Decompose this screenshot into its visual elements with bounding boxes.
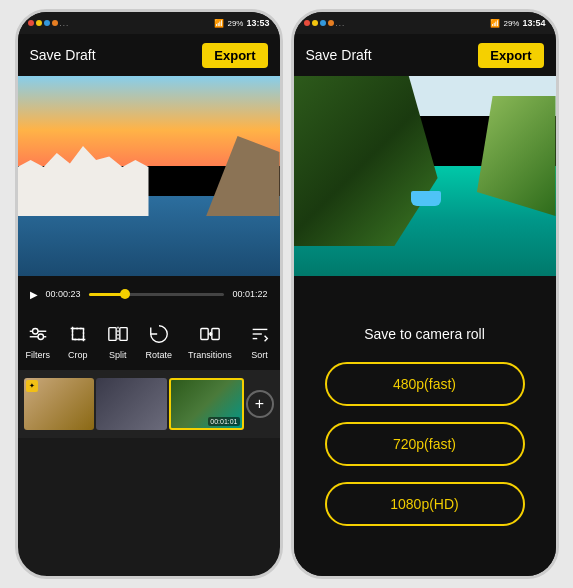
svg-rect-7 xyxy=(109,328,116,341)
battery-text-1: 29% xyxy=(227,19,243,28)
timeline-clip-2[interactable] xyxy=(96,378,167,430)
tool-filters[interactable]: Filters xyxy=(25,322,50,360)
ellipsis-2: ... xyxy=(336,19,346,28)
dot-yellow-1 xyxy=(36,20,42,26)
timeline-clip-3[interactable]: 00:01:01 xyxy=(169,378,244,430)
progress-thumb-1[interactable] xyxy=(120,289,130,299)
app-header-2: Save Draft Export xyxy=(294,34,556,76)
wifi-icon-1: 📶 xyxy=(214,19,224,28)
sort-icon xyxy=(248,322,272,346)
dot-red-1 xyxy=(28,20,34,26)
app-dots-1: ... xyxy=(28,19,70,28)
export-button-1[interactable]: Export xyxy=(202,43,267,68)
save-draft-label-2: Save Draft xyxy=(306,47,372,63)
export-panel: Save to camera roll 480p(fast) 720p(fast… xyxy=(294,276,556,576)
tools-bar-1: Filters Crop xyxy=(18,312,280,370)
quality-1080p-button[interactable]: 1080p(HD) xyxy=(325,482,525,526)
tool-split[interactable]: Split xyxy=(106,322,130,360)
dot-orange-2 xyxy=(328,20,334,26)
save-to-roll-title: Save to camera roll xyxy=(364,326,485,342)
app-dots-2: ... xyxy=(304,19,346,28)
clip1-mark: ✦ xyxy=(26,380,38,392)
status-bar-2: ... 📶 29% 13:54 xyxy=(294,12,556,34)
dot-blue-1 xyxy=(44,20,50,26)
rotate-label: Rotate xyxy=(146,350,173,360)
crop-icon xyxy=(66,322,90,346)
dot-orange-1 xyxy=(52,20,58,26)
time-1: 13:53 xyxy=(246,18,269,28)
video-preview-2 xyxy=(294,76,556,276)
phone-1: ... 📶 29% 13:53 Save Draft Export ▶ 00:0… xyxy=(15,9,283,579)
filters-icon xyxy=(26,322,50,346)
tool-crop[interactable]: Crop xyxy=(66,322,90,360)
export-button-2[interactable]: Export xyxy=(478,43,543,68)
status-right-1: 📶 29% 13:53 xyxy=(214,18,269,28)
split-icon xyxy=(106,322,130,346)
clip3-duration: 00:01:01 xyxy=(208,417,239,426)
progress-track-1[interactable] xyxy=(89,293,225,296)
transitions-icon xyxy=(198,322,222,346)
add-clip-button[interactable]: + xyxy=(246,390,274,418)
time-2: 13:54 xyxy=(522,18,545,28)
video-preview-1 xyxy=(18,76,280,276)
app-header-1: Save Draft Export xyxy=(18,34,280,76)
timeline-clip-1[interactable]: ✦ xyxy=(24,378,95,430)
play-button-1[interactable]: ▶ xyxy=(30,289,38,300)
transitions-label: Transitions xyxy=(188,350,232,360)
svg-point-1 xyxy=(38,334,44,340)
tool-sort[interactable]: Sort xyxy=(248,322,272,360)
crop-label: Crop xyxy=(68,350,88,360)
tool-transitions[interactable]: Transitions xyxy=(188,322,232,360)
timeline-strip-1: ✦ 00:01:01 + xyxy=(18,370,280,438)
status-bar-1: ... 📶 29% 13:53 xyxy=(18,12,280,34)
svg-rect-11 xyxy=(212,329,219,340)
svg-point-0 xyxy=(32,329,38,335)
quality-720p-button[interactable]: 720p(fast) xyxy=(325,422,525,466)
playback-bar-1: ▶ 00:00:23 00:01:22 xyxy=(18,276,280,312)
split-label: Split xyxy=(109,350,127,360)
wifi-icon-2: 📶 xyxy=(490,19,500,28)
sort-label: Sort xyxy=(251,350,268,360)
save-draft-label-1: Save Draft xyxy=(30,47,96,63)
rotate-icon xyxy=(147,322,171,346)
phone-2: ... 📶 29% 13:54 Save Draft Export xyxy=(291,9,559,579)
svg-rect-8 xyxy=(120,328,127,341)
dot-red-2 xyxy=(304,20,310,26)
dot-blue-2 xyxy=(320,20,326,26)
time-current-1: 00:00:23 xyxy=(46,289,81,299)
scene2-bg xyxy=(294,76,556,276)
status-right-2: 📶 29% 13:54 xyxy=(490,18,545,28)
svg-rect-10 xyxy=(201,329,208,340)
ellipsis-1: ... xyxy=(60,19,70,28)
time-total-1: 00:01:22 xyxy=(232,289,267,299)
battery-text-2: 29% xyxy=(503,19,519,28)
dot-yellow-2 xyxy=(312,20,318,26)
phones-container: ... 📶 29% 13:53 Save Draft Export ▶ 00:0… xyxy=(7,1,567,587)
filters-label: Filters xyxy=(25,350,50,360)
svg-rect-6 xyxy=(72,329,83,340)
quality-480p-button[interactable]: 480p(fast) xyxy=(325,362,525,406)
tool-rotate[interactable]: Rotate xyxy=(146,322,173,360)
scene2-boat xyxy=(411,191,441,206)
